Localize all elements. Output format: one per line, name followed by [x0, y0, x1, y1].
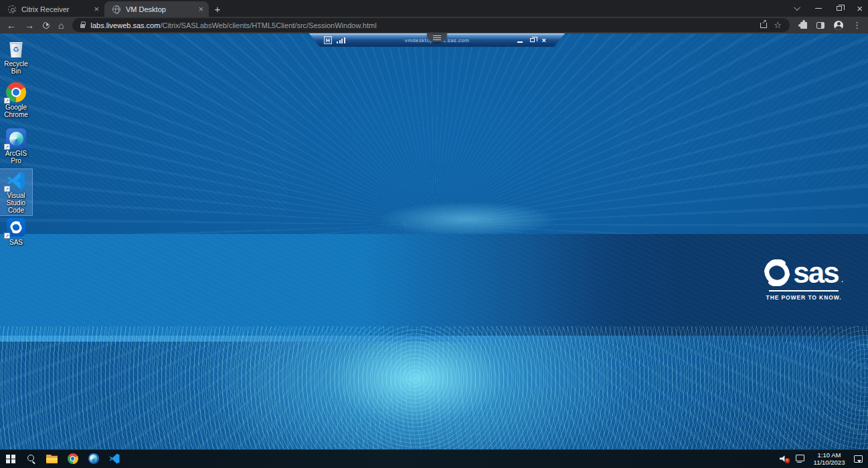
action-center-icon[interactable] — [854, 455, 863, 463]
clock-date: 11/10/2023 — [810, 459, 849, 466]
shortcut-arrow-icon: ↗ — [4, 98, 10, 104]
visual-studio-code-icon — [109, 453, 120, 464]
arcgis-pro-icon: ↗ — [6, 128, 26, 148]
home-button[interactable]: ⌂ — [58, 21, 64, 30]
browser-tab-strip: Citrix Receiver × VM Desktop × + × — [0, 0, 868, 17]
side-panel-icon[interactable] — [816, 22, 824, 29]
tab-title: VM Desktop — [126, 5, 193, 13]
desktop-icon-label: Recycle Bin — [0, 60, 32, 75]
desktop-wallpaper[interactable]: sas . THE POWER TO KNOW. H vmdesktop.lab… — [0, 33, 868, 449]
tab-close-icon[interactable]: × — [198, 5, 203, 13]
desktop-icon-label: ArcGIS Pro — [0, 150, 32, 164]
browser-toolbar: ← → ⌂ labs.liveweb.sas.com/Citrix/SASLab… — [0, 17, 868, 33]
reload-button[interactable] — [41, 20, 51, 29]
sas-logo-rule — [769, 290, 839, 291]
sas-logo-dot: . — [841, 273, 844, 284]
citrix-receiver-favicon-icon — [8, 5, 16, 13]
taskbar-chrome-button[interactable] — [62, 449, 83, 468]
back-button[interactable]: ← — [7, 21, 16, 30]
shortcut-arrow-icon: ↗ — [4, 144, 10, 150]
recycle-bin-icon: ♻ — [6, 39, 26, 59]
tab-close-icon[interactable]: × — [94, 5, 99, 13]
wallpaper-texture — [0, 33, 288, 214]
extensions-puzzle-icon[interactable] — [800, 22, 807, 29]
session-close-button[interactable]: × — [542, 37, 546, 44]
desktop-icon-label: Visual Studio Code — [0, 192, 32, 214]
new-tab-button[interactable]: + — [209, 1, 226, 17]
tab-vm-desktop[interactable]: VM Desktop × — [104, 1, 209, 17]
address-bar[interactable]: labs.liveweb.sas.com/Citrix/SASLabsWeb/c… — [72, 18, 790, 32]
tab-search-chevron-icon[interactable] — [794, 4, 800, 11]
window-restore-button[interactable] — [837, 6, 842, 11]
window-close-button[interactable]: × — [857, 3, 863, 13]
start-button[interactable] — [0, 449, 21, 468]
desktop-icon-google-chrome[interactable]: ↗ Google Chrome — [0, 81, 32, 120]
desktop-icon-label: SAS — [9, 239, 23, 246]
sas-logo: sas . THE POWER TO KNOW. — [764, 258, 844, 301]
profile-avatar[interactable] — [834, 21, 843, 30]
taskbar-clock[interactable]: 1:10 AM 11/10/2023 — [810, 451, 849, 466]
wallpaper-texture — [0, 336, 281, 449]
desktop-icon-arcgis-pro[interactable]: ↗ ArcGIS Pro — [0, 127, 32, 166]
sas-app-icon: ↗ — [6, 217, 26, 237]
taskbar: × 1:10 AM 11/10/2023 — [0, 449, 868, 468]
tab-title: Citrix Receiver — [21, 5, 88, 13]
sas-tagline: THE POWER TO KNOW. — [764, 294, 844, 301]
wallpaper-texture — [614, 33, 868, 187]
url-path: /Citrix/SASLabsWeb/clients/HTML5Client/s… — [160, 21, 376, 29]
search-icon — [27, 455, 35, 463]
toolbar-extensions-cluster: ⋮ — [798, 21, 861, 30]
browser-menu-icon[interactable]: ⋮ — [853, 21, 861, 29]
session-minimize-button[interactable] — [517, 41, 523, 43]
window-controls: × — [796, 0, 863, 17]
arcgis-pro-icon — [88, 453, 99, 464]
clock-time: 1:10 AM — [810, 451, 849, 459]
network-icon[interactable] — [795, 455, 804, 463]
desktop-icon-recycle-bin[interactable]: ♻ Recycle Bin — [0, 37, 32, 76]
bookmark-star-icon[interactable]: ☆ — [774, 21, 782, 29]
taskbar-arcgis-button[interactable] — [83, 449, 104, 468]
file-explorer-icon — [46, 455, 58, 463]
wallpaper-texture — [580, 342, 868, 449]
shortcut-arrow-icon: ↗ — [4, 233, 10, 239]
desktop-icon-sas[interactable]: ↗ SAS — [0, 216, 32, 247]
share-icon[interactable] — [760, 23, 767, 28]
tab-citrix-receiver[interactable]: Citrix Receiver × — [0, 1, 104, 17]
citrix-session-toolbar[interactable]: H vmdesktop.labs.sas.com × — [309, 33, 565, 47]
lock-icon[interactable] — [80, 24, 85, 28]
desktop-icon-label: Google Chrome — [0, 104, 32, 118]
google-chrome-icon — [68, 453, 78, 464]
vm-desktop-favicon-icon — [112, 5, 120, 13]
volume-muted-icon[interactable]: × — [780, 455, 790, 463]
wallpaper-band — [0, 234, 868, 336]
window-minimize-button[interactable] — [815, 8, 822, 9]
sas-swirl-icon — [764, 259, 790, 286]
taskbar-file-explorer-button[interactable] — [41, 449, 62, 468]
url-text[interactable]: labs.liveweb.sas.com/Citrix/SASLabsWeb/c… — [90, 21, 755, 29]
taskbar-search-button[interactable] — [21, 449, 41, 468]
shortcut-arrow-icon: ↗ — [4, 186, 10, 192]
taskbar-vscode-button[interactable] — [104, 449, 124, 468]
desktop-icon-visual-studio-code[interactable]: ↗ Visual Studio Code — [0, 169, 32, 215]
windows-logo-icon — [6, 455, 15, 463]
session-restore-button[interactable] — [530, 38, 535, 42]
forward-button[interactable]: → — [25, 21, 34, 30]
google-chrome-icon: ↗ — [6, 82, 26, 102]
sas-logo-text: sas — [793, 258, 838, 287]
visual-studio-code-icon: ↗ — [6, 170, 26, 191]
url-domain: labs.liveweb.sas.com — [90, 21, 160, 29]
system-tray: × 1:10 AM 11/10/2023 — [780, 449, 868, 468]
